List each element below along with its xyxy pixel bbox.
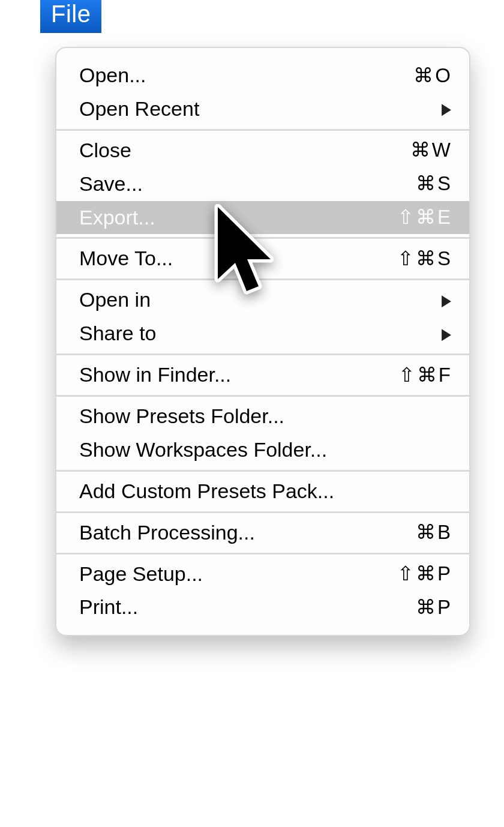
menu-separator (56, 395, 469, 397)
menu-item-show-in-finder[interactable]: Show in Finder...⇧⌘F (56, 358, 469, 392)
menu-item-label: Show Presets Folder... (79, 403, 452, 430)
menu-separator (56, 511, 469, 513)
menu-item-shortcut: ⇧⌘E (397, 204, 452, 231)
submenu-arrow-icon: ▶ (442, 290, 451, 311)
submenu-arrow-icon: ▶ (442, 98, 451, 119)
menu-item-show-workspaces-folder[interactable]: Show Workspaces Folder... (56, 433, 469, 467)
menu-item-open[interactable]: Open...⌘O (56, 59, 469, 92)
file-menu-title[interactable]: File (40, 0, 101, 33)
cursor-pointer-icon (212, 204, 278, 303)
menu-item-shortcut: ⌘O (413, 62, 452, 89)
menu-item-shortcut: ⌘S (416, 170, 452, 197)
menu-separator (56, 470, 469, 472)
menu-item-label: Batch Processing... (79, 519, 416, 547)
menu-item-label: Print... (79, 594, 416, 621)
menu-item-open-recent[interactable]: Open Recent▶ (56, 92, 469, 126)
menu-item-label: Share to (79, 320, 440, 347)
menu-item-print[interactable]: Print...⌘P (56, 591, 469, 624)
menu-item-label: Page Setup... (79, 561, 397, 588)
menu-separator (56, 129, 469, 131)
menu-item-label: Show in Finder... (79, 361, 398, 389)
menu-item-label: Show Workspaces Folder... (79, 436, 452, 464)
file-dropdown-menu: Open...⌘OOpen Recent▶Close⌘WSave...⌘SExp… (55, 47, 470, 636)
menu-item-label: Add Custom Presets Pack... (79, 478, 452, 505)
menu-item-label: Save... (79, 170, 416, 198)
submenu-arrow-icon: ▶ (442, 323, 451, 344)
menu-item-show-presets-folder[interactable]: Show Presets Folder... (56, 400, 469, 433)
menu-item-batch-processing[interactable]: Batch Processing...⌘B (56, 516, 469, 550)
menu-item-label: Open... (79, 62, 413, 89)
menu-item-save[interactable]: Save...⌘S (56, 167, 469, 201)
menu-item-add-custom-presets-pack[interactable]: Add Custom Presets Pack... (56, 475, 469, 508)
menu-separator (56, 353, 469, 355)
menu-item-share-to[interactable]: Share to▶ (56, 317, 469, 350)
menu-separator (56, 553, 469, 555)
menu-item-shortcut: ⌘B (416, 519, 452, 546)
menu-item-shortcut: ⇧⌘F (398, 362, 452, 389)
menu-item-label: Open Recent (79, 95, 440, 123)
menu-item-label: Close (79, 137, 410, 164)
menu-item-shortcut: ⌘W (410, 137, 452, 164)
menu-item-shortcut: ⌘P (416, 594, 452, 621)
menu-item-page-setup[interactable]: Page Setup...⇧⌘P (56, 558, 469, 591)
menu-item-shortcut: ⇧⌘S (397, 245, 452, 272)
menu-item-shortcut: ⇧⌘P (397, 561, 452, 588)
menu-item-close[interactable]: Close⌘W (56, 134, 469, 167)
